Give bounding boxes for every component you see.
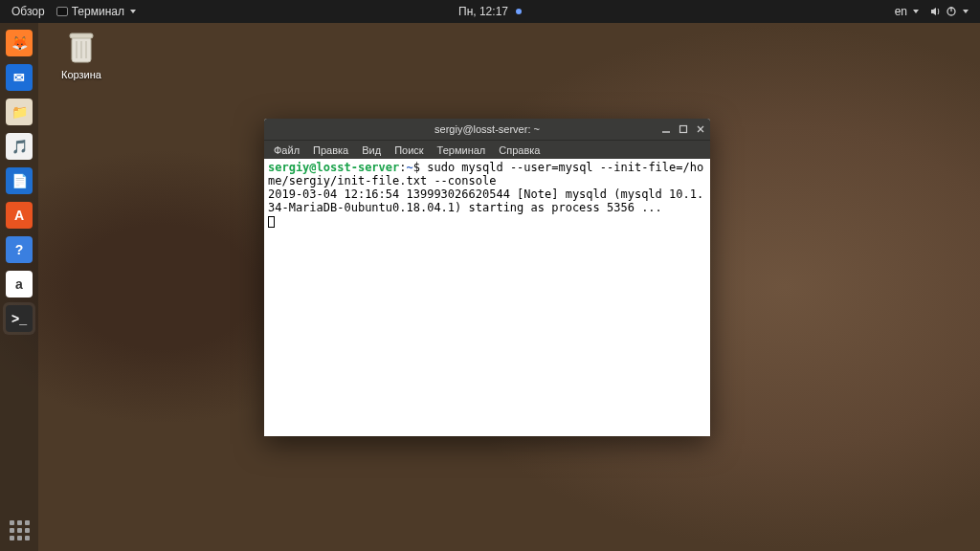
- chevron-down-icon: [130, 10, 136, 13]
- input-source-label: en: [895, 5, 907, 18]
- desktop-icon-label: Корзина: [48, 69, 115, 80]
- menu-вид[interactable]: Вид: [356, 144, 387, 156]
- dock-item-software[interactable]: A: [3, 199, 35, 231]
- thunderbird-icon: ✉: [6, 64, 33, 91]
- menu-терминал[interactable]: Терминал: [432, 144, 492, 156]
- desktop-icon-trash[interactable]: Корзина: [48, 29, 115, 80]
- terminal-icon: [56, 7, 68, 16]
- prompt-user: sergiy@losst-server: [268, 161, 399, 174]
- dock-item-writer[interactable]: 📄: [3, 165, 35, 197]
- menu-поиск[interactable]: Поиск: [389, 144, 429, 156]
- notification-dot-icon: [516, 9, 522, 14]
- terminal-icon: >_: [6, 305, 33, 332]
- svg-rect-8: [680, 126, 687, 133]
- clock-label: Пн, 12:17: [458, 5, 508, 18]
- dock-item-files[interactable]: 📁: [3, 96, 35, 128]
- dock-item-thunderbird[interactable]: ✉: [3, 61, 35, 94]
- volume-icon: [930, 6, 942, 17]
- amazon-icon: a: [6, 271, 33, 298]
- window-maximize-button[interactable]: [678, 123, 689, 135]
- dock-item-rhythmbox[interactable]: 🎵: [3, 130, 35, 163]
- output-line: 2019-03-04 12:16:54 139993026620544 [Not…: [268, 187, 703, 214]
- top-panel: Обзор Терминал Пн, 12:17 en: [0, 0, 980, 23]
- window-close-button[interactable]: [695, 123, 706, 135]
- system-menu[interactable]: [924, 0, 974, 23]
- window-menubar: ФайлПравкаВидПоискТерминалСправка: [264, 140, 710, 159]
- dock-item-amazon[interactable]: a: [3, 268, 35, 300]
- window-minimize-button[interactable]: [660, 123, 672, 135]
- dock-item-terminal[interactable]: >_: [3, 302, 35, 335]
- rhythmbox-icon: 🎵: [6, 133, 33, 160]
- trash-icon: [62, 29, 100, 67]
- power-icon: [946, 6, 957, 17]
- firefox-icon: 🦊: [6, 30, 33, 56]
- window-title: sergiy@losst-server: ~: [434, 123, 540, 135]
- dock-item-firefox[interactable]: 🦊: [3, 27, 35, 59]
- activities-label: Обзор: [11, 5, 45, 18]
- clock[interactable]: Пн, 12:17: [453, 0, 527, 23]
- chevron-down-icon: [913, 10, 919, 13]
- input-source[interactable]: en: [889, 0, 924, 23]
- terminal-window: sergiy@losst-server: ~ ФайлПравкаВидПоис…: [264, 119, 710, 436]
- help-icon: ?: [6, 236, 33, 263]
- software-icon: A: [6, 202, 33, 229]
- menu-справка[interactable]: Справка: [493, 144, 546, 156]
- menu-правка[interactable]: Правка: [307, 144, 354, 156]
- dock-item-help[interactable]: ?: [3, 233, 35, 266]
- cursor: [268, 216, 275, 228]
- window-titlebar[interactable]: sergiy@losst-server: ~: [264, 119, 710, 140]
- prompt-path: ~: [407, 161, 413, 174]
- chevron-down-icon: [963, 10, 969, 13]
- menu-файл[interactable]: Файл: [268, 144, 305, 156]
- dock: 🦊✉📁🎵📄A?a>_: [0, 23, 38, 551]
- top-app-label: Терминал: [72, 5, 124, 18]
- activities-button[interactable]: Обзор: [6, 0, 51, 23]
- terminal-body[interactable]: sergiy@losst-server:~$ sudo mysqld --use…: [264, 159, 710, 436]
- svg-rect-3: [70, 33, 93, 38]
- files-icon: 📁: [6, 99, 33, 125]
- writer-icon: 📄: [6, 167, 33, 194]
- top-app-menu[interactable]: Терминал: [51, 0, 142, 23]
